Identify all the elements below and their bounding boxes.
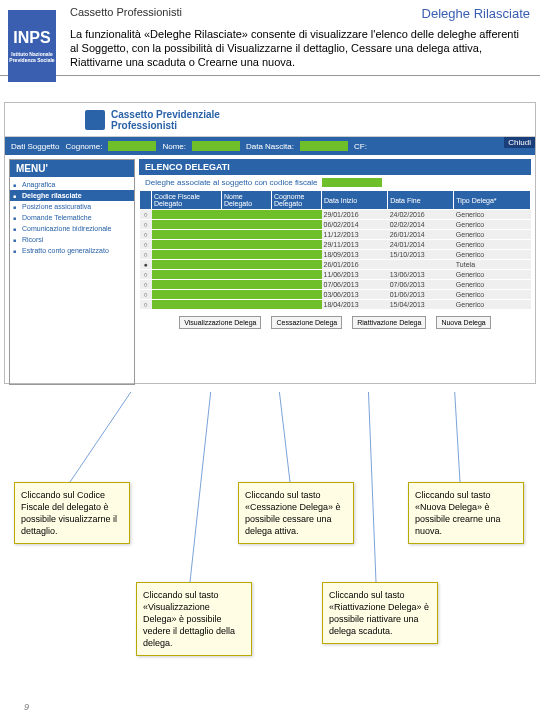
data-fine: 13/06/2013 bbox=[388, 270, 454, 280]
radio-select[interactable]: ○ bbox=[140, 270, 152, 280]
sidebar-menu: MENU' AnagraficaDeleghe rilasciatePosizi… bbox=[9, 159, 135, 385]
menu-item[interactable]: Posizione assicurativa bbox=[10, 201, 134, 212]
menu-item[interactable]: Deleghe rilasciate bbox=[10, 190, 134, 201]
data-fine: 15/10/2013 bbox=[388, 250, 454, 260]
cf-cell[interactable] bbox=[152, 300, 222, 310]
data-inizio: 18/09/2013 bbox=[322, 250, 388, 260]
tipo-delega: Generico bbox=[454, 280, 531, 290]
table-row: ○07/06/201307/06/2013Generico bbox=[140, 280, 531, 290]
tipo-delega: Generico bbox=[454, 240, 531, 250]
redacted bbox=[108, 141, 156, 151]
callout-visualizzazione: Cliccando sul tasto «Visualizzazione Del… bbox=[136, 582, 252, 656]
data-bar: Dati Soggetto Cognome: Nome: Data Nascit… bbox=[5, 137, 535, 155]
action-button[interactable]: Nuova Delega bbox=[436, 316, 490, 329]
cognome-cell bbox=[272, 290, 322, 300]
header-right: Deleghe Rilasciate bbox=[422, 6, 530, 21]
cf-cell[interactable] bbox=[152, 230, 222, 240]
col-header: Data Inizio bbox=[322, 191, 388, 210]
nome-cell bbox=[222, 260, 272, 270]
radio-select[interactable]: ○ bbox=[140, 220, 152, 230]
app-icon bbox=[85, 110, 105, 130]
tipo-delega: Generico bbox=[454, 270, 531, 280]
menu-item[interactable]: Ricorsi bbox=[10, 234, 134, 245]
radio-select[interactable]: ○ bbox=[140, 290, 152, 300]
cf-cell[interactable] bbox=[152, 210, 222, 220]
table-row: ○29/01/201624/02/2016Generico bbox=[140, 210, 531, 220]
data-fine: 07/06/2013 bbox=[388, 280, 454, 290]
tipo-delega: Generico bbox=[454, 230, 531, 240]
cognome-cell bbox=[272, 220, 322, 230]
table-row: ○18/09/201315/10/2013Generico bbox=[140, 250, 531, 260]
table-row: ○06/02/201402/02/2014Generico bbox=[140, 220, 531, 230]
cf-cell[interactable] bbox=[152, 280, 222, 290]
callout-cf: Cliccando sul Codice Fiscale del delegat… bbox=[14, 482, 130, 544]
redacted bbox=[322, 178, 382, 187]
action-button[interactable]: Visualizzazione Delega bbox=[179, 316, 261, 329]
callout-nuova: Cliccando sul tasto «Nuova Delega» è pos… bbox=[408, 482, 524, 544]
data-inizio: 06/02/2014 bbox=[322, 220, 388, 230]
data-inizio: 11/06/2013 bbox=[322, 270, 388, 280]
app-screenshot: Cassetto Previdenziale Professionisti Ch… bbox=[4, 102, 536, 384]
menu-header: MENU' bbox=[10, 160, 134, 177]
table-row: ○18/04/201315/04/2013Generico bbox=[140, 300, 531, 310]
col-header: Codice Fiscale Delegato bbox=[152, 191, 222, 210]
cognome-cell bbox=[272, 240, 322, 250]
data-fine: 02/02/2014 bbox=[388, 220, 454, 230]
cf-cell[interactable] bbox=[152, 240, 222, 250]
redacted bbox=[300, 141, 348, 151]
cognome-cell bbox=[272, 260, 322, 270]
cf-cell[interactable] bbox=[152, 260, 222, 270]
nome-cell bbox=[222, 290, 272, 300]
callout-cessazione: Cliccando sul tasto «Cessazione Delega» … bbox=[238, 482, 354, 544]
data-inizio: 29/11/2013 bbox=[322, 240, 388, 250]
radio-select[interactable]: ○ bbox=[140, 230, 152, 240]
data-inizio: 29/01/2016 bbox=[322, 210, 388, 220]
close-button[interactable]: Chiudi bbox=[504, 137, 535, 148]
radio-select[interactable]: ● bbox=[140, 260, 152, 270]
databar-l5: CF: bbox=[354, 142, 367, 151]
delegates-table: Codice Fiscale DelegatoNome DelegatoCogn… bbox=[139, 190, 531, 310]
intro-text: La funzionalità «Deleghe Rilasciate» con… bbox=[0, 23, 540, 76]
callouts: Cliccando sul Codice Fiscale del delegat… bbox=[0, 392, 540, 692]
cf-cell[interactable] bbox=[152, 290, 222, 300]
action-button[interactable]: Riattivazione Delega bbox=[352, 316, 426, 329]
cognome-cell bbox=[272, 300, 322, 310]
callout-riattivazione: Cliccando sul tasto «Riattivazione Deleg… bbox=[322, 582, 438, 644]
menu-item[interactable]: Estratto conto generalizzato bbox=[10, 245, 134, 256]
svg-line-2 bbox=[454, 392, 460, 482]
action-button[interactable]: Cessazione Delega bbox=[271, 316, 342, 329]
radio-select[interactable]: ○ bbox=[140, 300, 152, 310]
col-header: Nome Delegato bbox=[222, 191, 272, 210]
sub-text: Deleghe associate al soggetto con codice… bbox=[145, 178, 318, 187]
col-header: Cognome Delegato bbox=[272, 191, 322, 210]
data-fine: 01/06/2013 bbox=[388, 290, 454, 300]
data-fine: 26/01/2014 bbox=[388, 230, 454, 240]
data-fine: 24/01/2014 bbox=[388, 240, 454, 250]
nome-cell bbox=[222, 300, 272, 310]
logo-sub: Istituto Nazionale Previdenza Sociale bbox=[8, 51, 56, 63]
menu-item[interactable]: Anagrafica bbox=[10, 179, 134, 190]
data-inizio: 03/06/2013 bbox=[322, 290, 388, 300]
data-inizio: 07/06/2013 bbox=[322, 280, 388, 290]
radio-select[interactable]: ○ bbox=[140, 210, 152, 220]
menu-item[interactable]: Comunicazione bidirezionale bbox=[10, 223, 134, 234]
cf-cell[interactable] bbox=[152, 220, 222, 230]
inps-logo: INPS Istituto Nazionale Previdenza Socia… bbox=[8, 10, 56, 82]
databar-l3: Nome: bbox=[162, 142, 186, 151]
radio-select[interactable]: ○ bbox=[140, 250, 152, 260]
sub-header: Deleghe associate al soggetto con codice… bbox=[139, 175, 531, 190]
tipo-delega: Generico bbox=[454, 220, 531, 230]
data-fine: 24/02/2016 bbox=[388, 210, 454, 220]
tipo-delega: Generico bbox=[454, 300, 531, 310]
radio-select[interactable]: ○ bbox=[140, 240, 152, 250]
cf-cell[interactable] bbox=[152, 250, 222, 260]
table-row: ○29/11/201324/01/2014Generico bbox=[140, 240, 531, 250]
data-fine bbox=[388, 260, 454, 270]
col-header: Tipo Delega* bbox=[454, 191, 531, 210]
tipo-delega: Generico bbox=[454, 290, 531, 300]
app-title-2: Professionisti bbox=[111, 120, 220, 131]
cf-cell[interactable] bbox=[152, 270, 222, 280]
data-fine: 15/04/2013 bbox=[388, 300, 454, 310]
menu-item[interactable]: Domande Telematiche bbox=[10, 212, 134, 223]
radio-select[interactable]: ○ bbox=[140, 280, 152, 290]
